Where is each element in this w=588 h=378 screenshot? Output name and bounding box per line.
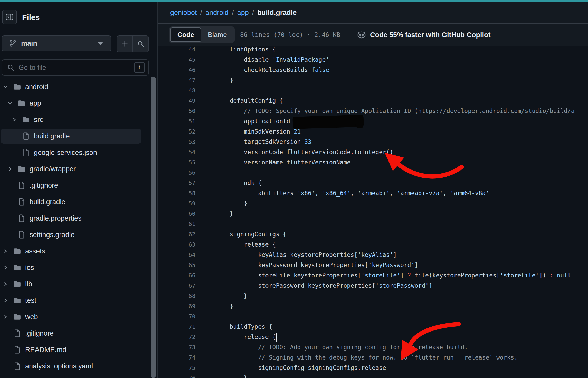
search-icon	[7, 64, 14, 71]
chevron-right-icon[interactable]	[1, 281, 10, 287]
code-line-text: release {	[195, 241, 276, 248]
tree-item-gradle/wrapper[interactable]: gradle/wrapper	[0, 161, 157, 177]
tree-item-.gitignore[interactable]: .gitignore	[0, 177, 157, 194]
folder-icon	[13, 297, 22, 304]
tree-item-build.gradle[interactable]: build.gradle	[0, 128, 157, 144]
add-file-button[interactable]	[117, 36, 132, 52]
collapse-sidebar-button[interactable]	[2, 10, 17, 24]
code-line-text: }	[195, 375, 248, 378]
line-number[interactable]: 74	[158, 354, 195, 361]
chevron-right-icon[interactable]	[1, 298, 10, 303]
line-number[interactable]: 76	[158, 375, 195, 378]
code-line-text: storePassword keystoreProperties['storeP…	[195, 282, 432, 289]
breadcrumb: geniobot/android/app/build.gradle	[170, 7, 297, 18]
file-tree: androidappsrcbuild.gradlegoogle-services…	[0, 79, 157, 378]
line-number[interactable]: 47	[158, 77, 195, 83]
line-number[interactable]: 46	[158, 67, 195, 73]
chevron-right-icon[interactable]	[5, 166, 15, 172]
line-number[interactable]: 53	[158, 139, 195, 145]
line-number[interactable]: 44	[158, 46, 195, 53]
code-line: 74 // Signing with the debug keys for no…	[158, 352, 588, 363]
line-number[interactable]: 56	[158, 169, 195, 176]
code-line: 51 applicationId '	[158, 116, 588, 126]
tree-item-README.md[interactable]: README.md	[0, 342, 157, 358]
code-line-text: // TODO: Specify your own unique Applica…	[195, 108, 575, 114]
line-number[interactable]: 67	[158, 282, 195, 289]
tree-item-lib[interactable]: lib	[0, 276, 157, 292]
folder-icon	[13, 248, 22, 254]
tree-item-analysis_options.yaml[interactable]: analysis_options.yaml	[0, 358, 157, 374]
breadcrumb-link[interactable]: android	[205, 9, 229, 17]
line-number[interactable]: 69	[158, 303, 195, 309]
search-tree-button[interactable]	[132, 36, 148, 52]
tree-item-label: gradle.properties	[30, 214, 82, 222]
line-number[interactable]: 49	[158, 98, 195, 104]
line-number[interactable]: 71	[158, 324, 195, 330]
tree-item-google-services.json[interactable]: google-services.json	[0, 144, 157, 161]
line-number[interactable]: 73	[158, 344, 195, 351]
line-number[interactable]: 51	[158, 118, 195, 125]
tree-item-src[interactable]: src	[0, 111, 157, 128]
tree-item-web[interactable]: web	[0, 309, 157, 325]
line-number[interactable]: 59	[158, 200, 195, 207]
line-number[interactable]: 62	[158, 231, 195, 238]
line-number[interactable]: 61	[158, 221, 195, 227]
tree-item-gradle.properties[interactable]: gradle.properties	[0, 210, 157, 226]
chevron-right-icon[interactable]	[10, 117, 19, 122]
code-line-text: disable 'InvalidPackage'	[195, 56, 329, 63]
line-number[interactable]: 75	[158, 365, 195, 371]
tree-item-ios[interactable]: ios	[0, 259, 157, 276]
tree-item-assets[interactable]: assets	[0, 243, 157, 259]
line-number[interactable]: 45	[158, 56, 195, 63]
branch-name: main	[21, 40, 37, 48]
code-line: 57 ndk {	[158, 178, 588, 188]
breadcrumb-separator: /	[232, 9, 234, 17]
line-number[interactable]: 58	[158, 190, 195, 196]
copilot-banner[interactable]: Code 55% faster with GitHub Copilot	[357, 29, 491, 41]
branch-selector[interactable]: main	[2, 35, 111, 51]
breadcrumb-link[interactable]: app	[237, 9, 249, 17]
tree-item-test[interactable]: test	[0, 292, 157, 309]
code-line: 49 defaultConfig {	[158, 96, 588, 106]
line-number[interactable]: 55	[158, 159, 195, 166]
line-number[interactable]: 52	[158, 128, 195, 135]
line-number[interactable]: 48	[158, 87, 195, 94]
line-number[interactable]: 54	[158, 149, 195, 155]
code-line-text: keyPassword keystoreProperties['keyPassw…	[195, 262, 418, 268]
code-view[interactable]: 44 lintOptions {45 disable 'InvalidPacka…	[158, 46, 588, 378]
line-number[interactable]: 65	[158, 262, 195, 268]
line-number[interactable]: 57	[158, 180, 195, 186]
header-border	[158, 23, 588, 24]
chevron-right-icon[interactable]	[1, 314, 10, 320]
line-number[interactable]: 63	[158, 241, 195, 248]
chevron-down-icon[interactable]	[5, 100, 15, 106]
tab-blame[interactable]: Blame	[201, 27, 234, 42]
line-number[interactable]: 66	[158, 272, 195, 279]
tree-item-app[interactable]: app	[0, 95, 157, 111]
tree-item-partial[interactable]	[0, 374, 157, 378]
line-number[interactable]: 70	[158, 313, 195, 320]
line-number[interactable]: 64	[158, 252, 195, 258]
tree-item-.gitignore[interactable]: .gitignore	[0, 325, 157, 342]
go-to-file-input[interactable]: Go to file t	[2, 59, 149, 76]
line-number[interactable]: 72	[158, 334, 195, 340]
tree-item-settings.gradle[interactable]: settings.gradle	[0, 226, 157, 243]
line-number[interactable]: 60	[158, 211, 195, 217]
line-number[interactable]: 50	[158, 108, 195, 114]
chevron-right-icon[interactable]	[1, 248, 10, 254]
sidebar-scrollbar[interactable]	[151, 77, 156, 378]
tab-code[interactable]: Code	[170, 27, 201, 42]
breadcrumb-link[interactable]: geniobot	[170, 9, 197, 17]
line-number[interactable]: 68	[158, 293, 195, 299]
tree-item-label: gradle/wrapper	[30, 165, 76, 173]
code-line-text: keyAlias keystoreProperties['keyAlias']	[195, 251, 397, 258]
tree-item-android[interactable]: android	[0, 79, 157, 95]
copilot-banner-text: Code 55% faster with GitHub Copilot	[370, 31, 491, 39]
chevron-down-icon[interactable]	[1, 84, 10, 90]
file-info: 86 lines (70 loc) · 2.46 KB	[240, 30, 340, 40]
code-line: 65 keyPassword keystoreProperties['keyPa…	[158, 260, 588, 270]
chevron-right-icon[interactable]	[1, 265, 10, 270]
tree-item-build.gradle[interactable]: build.gradle	[0, 194, 157, 210]
search-icon	[137, 41, 144, 47]
breadcrumb-separator: /	[200, 9, 202, 17]
